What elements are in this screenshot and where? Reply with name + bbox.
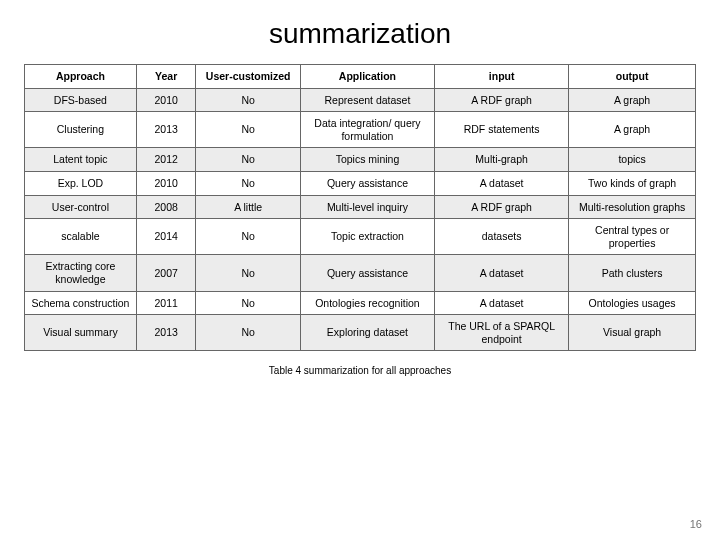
table-cell: A dataset bbox=[435, 171, 569, 195]
table-cell: No bbox=[196, 112, 300, 148]
table-cell: Multi-graph bbox=[435, 148, 569, 172]
table-cell: Multi-resolution graphs bbox=[569, 195, 696, 219]
table-row: User-control2008A littleMulti-level inqu… bbox=[25, 195, 696, 219]
table-cell: A dataset bbox=[435, 291, 569, 315]
table-cell: No bbox=[196, 219, 300, 255]
header-input: input bbox=[435, 65, 569, 89]
table-cell: No bbox=[196, 255, 300, 291]
table-caption: Table 4 summarization for all approaches bbox=[0, 365, 720, 376]
table-cell: Exp. LOD bbox=[25, 171, 137, 195]
table-cell: Visual graph bbox=[569, 315, 696, 351]
table-cell: topics bbox=[569, 148, 696, 172]
table-cell: Ontologies usages bbox=[569, 291, 696, 315]
table-cell: Extracting core knowledge bbox=[25, 255, 137, 291]
table-container: Approach Year User-customized Applicatio… bbox=[24, 64, 696, 351]
table-header-row: Approach Year User-customized Applicatio… bbox=[25, 65, 696, 89]
table-cell: No bbox=[196, 88, 300, 112]
table-cell: Clustering bbox=[25, 112, 137, 148]
table-cell: 2014 bbox=[136, 219, 196, 255]
table-cell: Exploring dataset bbox=[300, 315, 434, 351]
table-cell: Topic extraction bbox=[300, 219, 434, 255]
table-row: Visual summary2013NoExploring datasetThe… bbox=[25, 315, 696, 351]
table-cell: User-control bbox=[25, 195, 137, 219]
table-row: Schema construction2011NoOntologies reco… bbox=[25, 291, 696, 315]
table-cell: 2010 bbox=[136, 171, 196, 195]
table-cell: 2008 bbox=[136, 195, 196, 219]
table-cell: Topics mining bbox=[300, 148, 434, 172]
header-year: Year bbox=[136, 65, 196, 89]
header-application: Application bbox=[300, 65, 434, 89]
table-cell: DFS-based bbox=[25, 88, 137, 112]
table-cell: Schema construction bbox=[25, 291, 137, 315]
summarization-table: Approach Year User-customized Applicatio… bbox=[24, 64, 696, 351]
table-row: Extracting core knowledge2007NoQuery ass… bbox=[25, 255, 696, 291]
table-row: DFS-based2010NoRepresent datasetA RDF gr… bbox=[25, 88, 696, 112]
header-user-customized: User-customized bbox=[196, 65, 300, 89]
table-cell: 2011 bbox=[136, 291, 196, 315]
table-cell: Two kinds of graph bbox=[569, 171, 696, 195]
table-cell: 2012 bbox=[136, 148, 196, 172]
table-cell: Represent dataset bbox=[300, 88, 434, 112]
table-row: scalable2014NoTopic extractiondatasetsCe… bbox=[25, 219, 696, 255]
table-cell: 2013 bbox=[136, 315, 196, 351]
table-cell: Path clusters bbox=[569, 255, 696, 291]
table-cell: No bbox=[196, 171, 300, 195]
header-approach: Approach bbox=[25, 65, 137, 89]
table-cell: Query assistance bbox=[300, 255, 434, 291]
page-title: summarization bbox=[0, 18, 720, 50]
table-cell: Data integration/ query formulation bbox=[300, 112, 434, 148]
table-row: Latent topic2012NoTopics miningMulti-gra… bbox=[25, 148, 696, 172]
table-cell: 2007 bbox=[136, 255, 196, 291]
table-row: Exp. LOD2010NoQuery assistanceA datasetT… bbox=[25, 171, 696, 195]
table-cell: No bbox=[196, 315, 300, 351]
table-cell: RDF statements bbox=[435, 112, 569, 148]
table-cell: A RDF graph bbox=[435, 88, 569, 112]
table-cell: Multi-level inquiry bbox=[300, 195, 434, 219]
table-cell: No bbox=[196, 148, 300, 172]
table-cell: A little bbox=[196, 195, 300, 219]
table-cell: datasets bbox=[435, 219, 569, 255]
table-cell: 2013 bbox=[136, 112, 196, 148]
table-body: DFS-based2010NoRepresent datasetA RDF gr… bbox=[25, 88, 696, 351]
table-cell: scalable bbox=[25, 219, 137, 255]
page-number: 16 bbox=[690, 518, 702, 530]
table-cell: 2010 bbox=[136, 88, 196, 112]
table-cell: Latent topic bbox=[25, 148, 137, 172]
table-cell: Ontologies recognition bbox=[300, 291, 434, 315]
table-cell: A graph bbox=[569, 88, 696, 112]
table-cell: Visual summary bbox=[25, 315, 137, 351]
table-row: Clustering2013NoData integration/ query … bbox=[25, 112, 696, 148]
table-cell: A dataset bbox=[435, 255, 569, 291]
table-cell: The URL of a SPARQL endpoint bbox=[435, 315, 569, 351]
table-cell: Query assistance bbox=[300, 171, 434, 195]
header-output: output bbox=[569, 65, 696, 89]
table-cell: A RDF graph bbox=[435, 195, 569, 219]
table-cell: No bbox=[196, 291, 300, 315]
table-cell: Central types or properties bbox=[569, 219, 696, 255]
table-cell: A graph bbox=[569, 112, 696, 148]
